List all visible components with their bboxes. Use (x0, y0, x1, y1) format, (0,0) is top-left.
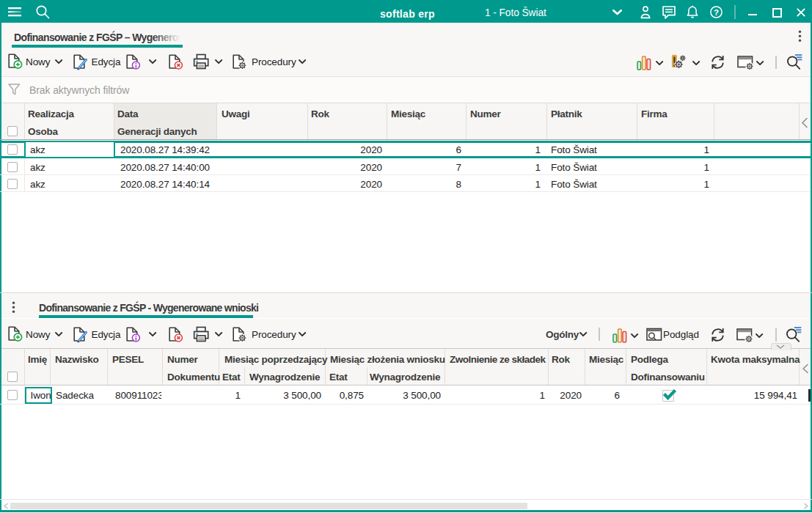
svg-text:?: ? (714, 8, 719, 17)
